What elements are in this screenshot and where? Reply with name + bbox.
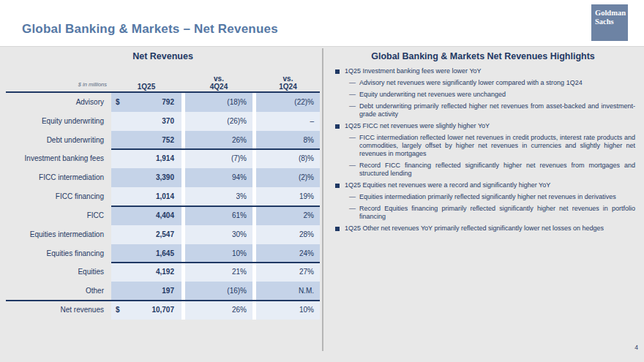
row-label: FICC intermediation [6, 168, 107, 187]
table-row-other: Other 197 (16)% N.M. [6, 282, 320, 301]
cell-vs-1q24: 27% [256, 263, 320, 282]
bullet-item: 1Q25 Other net revenues YoY primarily re… [335, 225, 635, 233]
column-header-vs-1q24: vs. 1Q24 [256, 69, 320, 91]
table-row-equities: Equities 4,192 21% 27% [6, 263, 320, 282]
column-header-line2: 4Q24 [185, 83, 252, 91]
cell-1q25: 1,014 [111, 187, 181, 206]
row-label: Other [6, 282, 107, 301]
dash-bullet-icon: — [349, 134, 356, 158]
value-text: 370 [162, 112, 174, 131]
cell-vs-4q24: 94% [185, 168, 252, 187]
cell-vs-4q24: 26% [185, 131, 252, 150]
value-text: 197 [162, 282, 174, 301]
cell-vs-4q24: 26% [185, 301, 252, 320]
value-text: 1,645 [156, 244, 174, 263]
row-label: Advisory [6, 93, 107, 112]
cell-1q25: 752 [111, 131, 181, 150]
dash-bullet-icon: — [349, 102, 356, 118]
row-label: Net revenues [6, 301, 107, 320]
cell-1q25: 1,645 [111, 244, 181, 263]
subtotal-rule [111, 148, 320, 150]
slide: Global Banking & Markets – Net Revenues … [0, 0, 644, 362]
panel-divider [322, 48, 323, 351]
cell-vs-1q24: 24% [256, 244, 320, 263]
bullet-item: 1Q25 FICC net revenues were slightly hig… [335, 122, 635, 130]
cell-vs-1q24: 2% [256, 206, 320, 225]
value-text: 1,014 [156, 187, 174, 206]
row-label: Investment banking fees [6, 149, 107, 168]
highlights-title: Global Banking & Markets Net Revenues Hi… [326, 51, 640, 61]
sub-bullet-item: — FICC intermediation reflected lower ne… [349, 134, 635, 158]
cell-vs-1q24: 8% [256, 131, 320, 150]
row-label: Equity underwriting [6, 112, 107, 131]
highlights-list: 1Q25 Investment banking fees were lower … [335, 67, 635, 236]
bullet-text: 1Q25 Other net revenues YoY primarily re… [345, 225, 604, 233]
row-label: FICC [6, 206, 107, 225]
cell-vs-1q24: 10% [256, 301, 320, 320]
value-text: 1,914 [156, 149, 174, 168]
cell-1q25: 2,547 [111, 225, 181, 244]
table-row-ficc: FICC 4,404 61% 2% [6, 206, 320, 225]
table-title: Net Revenues [6, 51, 320, 61]
cell-vs-1q24: 19% [256, 187, 320, 206]
table-row-advisory: Advisory $ 792 (18)% (22)% [6, 93, 320, 112]
sub-bullet-item: — Record FICC financing reflected signif… [349, 162, 635, 178]
table-row-equities-intermediation: Equities intermediation 2,547 30% 28% [6, 225, 320, 244]
currency-symbol: $ [116, 301, 120, 320]
sub-bullet-text: Equities intermediation primarily reflec… [359, 193, 635, 201]
value-text: 4,192 [156, 263, 174, 282]
table-row-investment-banking-fees: Investment banking fees 1,914 (7)% (8)% [6, 149, 320, 168]
table-row-ficc-financing: FICC financing 1,014 3% 19% [6, 187, 320, 206]
table-row-debt-underwriting: Debt underwriting 752 26% 8% [6, 131, 320, 150]
currency-symbol: $ [116, 93, 120, 112]
bullet-text: 1Q25 FICC net revenues were slightly hig… [345, 122, 490, 130]
bullet-text: 1Q25 Equities net revenues were a record… [345, 181, 550, 189]
cell-vs-4q24: 30% [185, 225, 252, 244]
row-label: Debt underwriting [6, 131, 107, 150]
row-label: Equities intermediation [6, 225, 107, 244]
table-row-net-revenues-total: Net revenues $ 10,707 26% 10% [6, 301, 320, 320]
cell-1q25: 4,192 [111, 263, 181, 282]
square-bullet-icon [335, 124, 340, 129]
dash-bullet-icon: — [349, 193, 356, 201]
dash-bullet-icon: — [349, 79, 356, 87]
cell-1q25: $ 792 [111, 93, 181, 112]
value-text: 10,707 [151, 301, 174, 320]
cell-vs-4q24: (7)% [185, 149, 252, 168]
table-row-equities-financing: Equities financing 1,645 10% 24% [6, 244, 320, 263]
sub-bullet-item: — Equity underwriting net revenues were … [349, 91, 635, 99]
table-unit-label: $ in millions [6, 81, 107, 88]
bullet-item: 1Q25 Equities net revenues were a record… [335, 181, 635, 189]
logo-line2: Sachs [595, 18, 628, 26]
subtotal-rule [111, 262, 320, 263]
cell-vs-4q24: 21% [185, 263, 252, 282]
cell-vs-4q24: (16)% [185, 282, 252, 301]
cell-1q25: 370 [111, 112, 181, 131]
cell-vs-1q24: (2)% [256, 168, 320, 187]
value-text: 752 [162, 131, 174, 150]
column-header-line2: 1Q25 [111, 83, 181, 91]
cell-vs-4q24: 10% [185, 244, 252, 263]
bullet-item: 1Q25 Investment banking fees were lower … [335, 67, 635, 75]
page-number: 4 [626, 344, 638, 351]
column-header-1q25: 1Q25 [111, 69, 181, 91]
cell-vs-4q24: (26)% [185, 112, 252, 131]
row-label: FICC financing [6, 187, 107, 206]
cell-vs-1q24: (8)% [256, 149, 320, 168]
value-text: 3,390 [156, 168, 174, 187]
sub-bullet-item: — Equities intermediation primarily refl… [349, 193, 635, 201]
table-row-ficc-intermediation: FICC intermediation 3,390 94% (2)% [6, 168, 320, 187]
cell-1q25: $ 10,707 [111, 301, 181, 320]
dash-bullet-icon: — [349, 205, 356, 221]
cell-1q25: 1,914 [111, 149, 181, 168]
subtotal-rule [111, 205, 320, 207]
column-header-line2: 1Q24 [256, 83, 320, 91]
row-label: Equities [6, 263, 107, 282]
column-header-line1: vs. [256, 75, 320, 83]
value-text: 792 [162, 93, 174, 112]
total-rule [6, 300, 320, 301]
table-body: Advisory $ 792 (18)% (22)% Equity underw… [6, 93, 320, 320]
cell-1q25: 4,404 [111, 206, 181, 225]
sub-bullet-item: — Advisory net revenues were significant… [349, 79, 635, 87]
cell-1q25: 3,390 [111, 168, 181, 187]
